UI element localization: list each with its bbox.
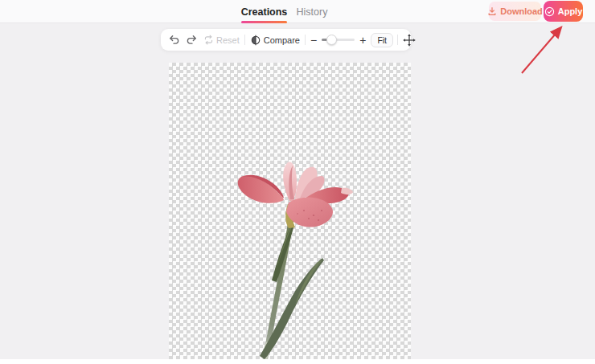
reset-label: Reset <box>216 35 240 45</box>
tab-history-label: History <box>297 6 328 18</box>
flower-cutout-image <box>169 63 411 359</box>
canvas-toolbar: Reset Compare − + Fit <box>161 29 411 51</box>
zoom-out-button[interactable]: − <box>310 35 318 46</box>
zoom-slider[interactable] <box>322 35 355 45</box>
reset-button[interactable]: Reset <box>203 34 240 46</box>
toolbar-divider <box>397 35 398 45</box>
fit-button[interactable]: Fit <box>371 33 393 47</box>
redo-icon <box>186 35 198 45</box>
download-button[interactable]: Download <box>489 2 541 21</box>
tab-creations-label: Creations <box>241 6 288 18</box>
zoom-in-button[interactable]: + <box>359 35 367 46</box>
reset-icon <box>203 35 214 45</box>
apply-label: Apply <box>558 6 583 16</box>
tab-creations[interactable]: Creations <box>241 0 287 23</box>
download-icon <box>487 6 497 16</box>
toolbar-divider <box>244 35 245 45</box>
tab-history[interactable]: History <box>298 0 326 23</box>
compare-button[interactable]: Compare <box>249 34 301 47</box>
active-tab-underline <box>241 21 287 23</box>
editor-workspace: Reset Compare − + Fit <box>0 23 595 359</box>
pan-button[interactable] <box>402 33 416 47</box>
check-circle-icon <box>544 6 555 17</box>
compare-label: Compare <box>264 35 300 45</box>
bottom-strip <box>0 359 595 364</box>
toolbar-divider <box>305 35 306 45</box>
top-bar: Creations History Download Apply <box>0 0 595 23</box>
redo-button[interactable] <box>185 34 199 46</box>
zoom-slider-thumb[interactable] <box>326 35 337 45</box>
image-canvas[interactable] <box>169 63 411 359</box>
undo-button[interactable] <box>167 34 181 46</box>
download-label: Download <box>500 6 543 16</box>
move-icon <box>403 34 416 47</box>
compare-icon <box>250 35 261 46</box>
apply-button[interactable]: Apply <box>544 1 583 22</box>
undo-icon <box>168 35 180 45</box>
